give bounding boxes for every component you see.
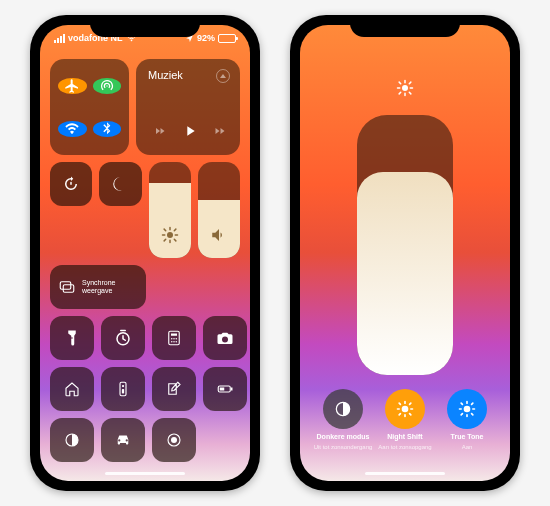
dark-mode-option[interactable]: Donkere modus Uit tot zonsondergang <box>312 389 374 451</box>
svg-point-20 <box>171 437 177 443</box>
night-shift-label: Night Shift <box>387 433 422 441</box>
volume-slider[interactable] <box>198 162 240 258</box>
play-button[interactable] <box>182 123 198 139</box>
true-tone-icon <box>447 389 487 429</box>
notch <box>350 15 460 37</box>
airplane-toggle[interactable] <box>58 78 87 94</box>
screen-mirroring-button[interactable]: Synchrone weergave <box>50 265 146 309</box>
carplay-button[interactable] <box>101 418 145 462</box>
airplay-icon[interactable] <box>216 69 230 83</box>
true-tone-option[interactable]: True Tone Aan <box>436 389 498 451</box>
next-track-button[interactable] <box>212 125 228 137</box>
svg-rect-16 <box>231 388 233 391</box>
calculator-button[interactable] <box>152 316 196 360</box>
svg-point-24 <box>464 405 471 412</box>
battery-pct: 92% <box>197 33 215 43</box>
screen-brightness-detail: Donkere modus Uit tot zonsondergang Nigh… <box>300 25 510 481</box>
phone-brightness-detail: Donkere modus Uit tot zonsondergang Nigh… <box>290 15 520 491</box>
home-indicator[interactable] <box>365 472 445 475</box>
dark-mode-label: Donkere modus <box>317 433 370 441</box>
brightness-icon <box>396 79 414 101</box>
dark-mode-button[interactable] <box>50 418 94 462</box>
music-tile[interactable]: Muziek <box>136 59 240 155</box>
notch <box>90 15 200 37</box>
prev-track-button[interactable] <box>152 125 168 137</box>
do-not-disturb-button[interactable] <box>99 162 141 206</box>
home-button[interactable] <box>50 367 94 411</box>
true-tone-sub: Aan <box>462 444 473 451</box>
low-power-button[interactable] <box>203 367 247 411</box>
svg-rect-14 <box>122 389 124 394</box>
notes-button[interactable] <box>152 367 196 411</box>
night-shift-sub: Aan tot zonsopgang <box>378 444 431 451</box>
svg-point-8 <box>176 338 178 340</box>
svg-rect-5 <box>171 334 177 336</box>
night-shift-option[interactable]: Night Shift Aan tot zonsopgang <box>374 389 436 451</box>
bluetooth-toggle[interactable] <box>93 121 122 137</box>
timer-button[interactable] <box>101 316 145 360</box>
camera-button[interactable] <box>203 316 247 360</box>
orientation-lock-button[interactable] <box>50 162 92 206</box>
svg-point-11 <box>176 341 178 343</box>
signal-icon <box>54 34 65 43</box>
svg-rect-17 <box>220 388 225 391</box>
brightness-slider-large[interactable] <box>357 115 453 375</box>
svg-point-13 <box>122 385 124 387</box>
wifi-toggle[interactable] <box>58 121 87 137</box>
remote-button[interactable] <box>101 367 145 411</box>
svg-point-6 <box>171 338 173 340</box>
svg-rect-2 <box>63 285 74 293</box>
svg-point-21 <box>402 85 408 91</box>
music-title: Muziek <box>148 69 183 81</box>
brightness-slider[interactable] <box>149 162 191 258</box>
home-indicator[interactable] <box>105 472 185 475</box>
svg-point-10 <box>173 341 175 343</box>
svg-rect-1 <box>60 282 71 290</box>
connectivity-tile[interactable] <box>50 59 129 155</box>
dark-mode-circle-icon <box>323 389 363 429</box>
screen-mirroring-label: Synchrone weergave <box>82 279 138 294</box>
screen-record-button[interactable] <box>152 418 196 462</box>
flashlight-button[interactable] <box>50 316 94 360</box>
phone-control-center: vodafone NL 92% <box>30 15 260 491</box>
svg-point-0 <box>167 232 173 238</box>
svg-point-23 <box>402 405 409 412</box>
svg-point-7 <box>173 338 175 340</box>
battery-icon <box>218 34 236 43</box>
true-tone-label: True Tone <box>451 433 484 441</box>
night-shift-icon <box>385 389 425 429</box>
svg-point-9 <box>171 341 173 343</box>
cellular-toggle[interactable] <box>93 78 122 94</box>
screen-control-center: vodafone NL 92% <box>40 25 250 481</box>
dark-mode-sub: Uit tot zonsondergang <box>314 444 373 451</box>
